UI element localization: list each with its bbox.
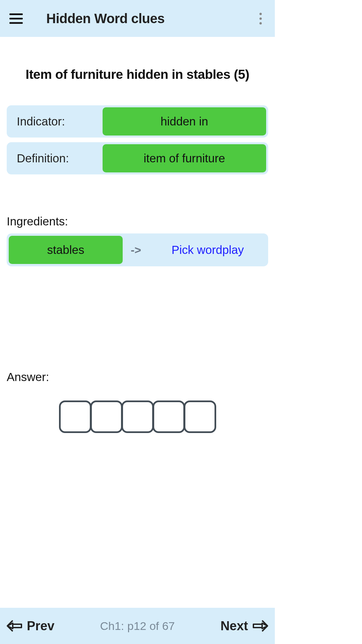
answer-letter-box[interactable] xyxy=(153,400,185,433)
answer-letter-box[interactable] xyxy=(121,400,154,433)
answer-boxes xyxy=(7,400,268,433)
ingredients-row: stables -> Pick wordplay xyxy=(7,233,268,266)
definition-value[interactable]: item of furniture xyxy=(103,144,266,172)
arrow-right-icon: -> xyxy=(123,244,149,257)
main-content: Item of furniture hidden in stables (5) … xyxy=(0,37,275,433)
page-title: Hidden Word clues xyxy=(46,11,165,26)
definition-label: Definition: xyxy=(9,152,103,165)
pick-wordplay-button[interactable]: Pick wordplay xyxy=(149,243,266,257)
app-header: Hidden Word clues xyxy=(0,0,275,37)
hamburger-menu-icon[interactable] xyxy=(9,12,23,25)
indicator-row: Indicator: hidden in xyxy=(7,105,268,138)
ingredients-label: Ingredients: xyxy=(7,215,268,228)
more-options-icon[interactable] xyxy=(255,12,265,25)
indicator-value[interactable]: hidden in xyxy=(103,107,266,136)
answer-letter-box[interactable] xyxy=(184,400,216,433)
answer-label: Answer: xyxy=(7,370,268,384)
definition-row: Definition: item of furniture xyxy=(7,142,268,174)
ingredient-chip[interactable]: stables xyxy=(9,236,123,264)
clue-text: Item of furniture hidden in stables (5) xyxy=(7,37,268,105)
indicator-label: Indicator: xyxy=(9,115,103,128)
answer-letter-box[interactable] xyxy=(59,400,92,433)
answer-letter-box[interactable] xyxy=(90,400,123,433)
